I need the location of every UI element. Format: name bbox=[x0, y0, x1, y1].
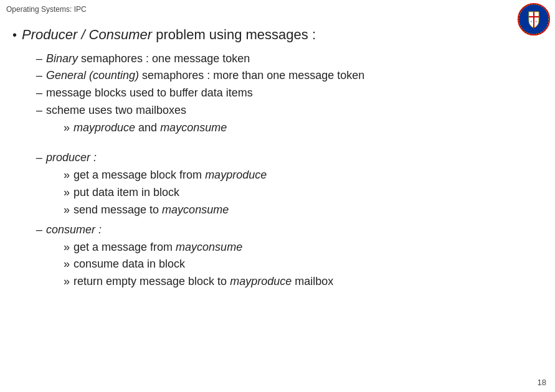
svg-text:⚜: ⚜ bbox=[535, 20, 538, 23]
list-item: » mayproduce and mayconsume bbox=[64, 119, 543, 137]
slide-header: Operating Systems: IPC bbox=[6, 5, 87, 14]
list-item: – General (counting) semaphores : more t… bbox=[36, 67, 543, 85]
main-bullet: • Producer / Consumer problem using mess… bbox=[12, 26, 543, 44]
list-item: » return empty message block to mayprodu… bbox=[64, 273, 543, 291]
consumer-section: – consumer : » get a message from maycon… bbox=[36, 222, 543, 291]
list-item: » get a message from mayconsume bbox=[64, 239, 543, 256]
producer-steps: » get a message block from mayproduce » … bbox=[64, 167, 543, 219]
list-item: » get a message block from mayproduce bbox=[64, 167, 543, 184]
list-item: » put data item in block bbox=[64, 184, 543, 202]
page-number: 18 bbox=[538, 378, 546, 387]
slide-content: • Producer / Consumer problem using mess… bbox=[12, 26, 543, 373]
list-item: – Binary semaphores : one message token bbox=[36, 50, 543, 68]
list-item: – message blocks used to buffer data ite… bbox=[36, 85, 543, 102]
consumer-label: – consumer : bbox=[36, 222, 543, 239]
sub-list: – Binary semaphores : one message token … bbox=[36, 50, 543, 137]
sub-sub-list: » mayproduce and mayconsume bbox=[64, 119, 543, 137]
producer-label: – producer : bbox=[36, 149, 543, 167]
main-bullet-text: Producer / Consumer problem using messag… bbox=[22, 26, 316, 44]
svg-text:⚜: ⚜ bbox=[530, 20, 533, 23]
list-item: » consume data in block bbox=[64, 256, 543, 273]
header-title: Operating Systems: IPC bbox=[6, 5, 87, 14]
producer-consumer-label: Producer / Consumer bbox=[22, 27, 152, 42]
consumer-steps: » get a message from mayconsume » consum… bbox=[64, 239, 543, 291]
list-item: » send message to mayconsume bbox=[64, 202, 543, 219]
list-item: – scheme uses two mailboxes bbox=[36, 102, 543, 119]
bullet-icon: • bbox=[12, 29, 17, 41]
producer-section: – producer : » get a message block from … bbox=[36, 149, 543, 219]
